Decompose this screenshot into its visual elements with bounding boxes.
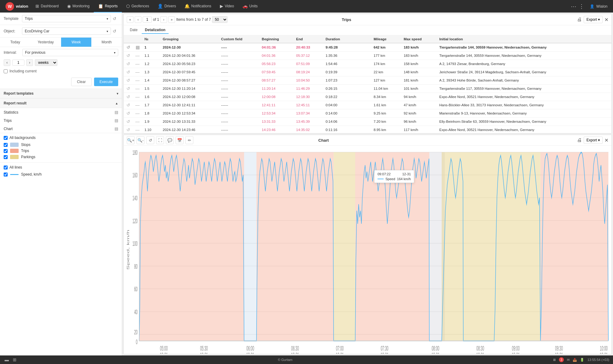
stepper-inc-btn[interactable]: ›	[26, 59, 33, 66]
stops-checkbox[interactable]	[4, 143, 8, 147]
row-refresh-icon[interactable]: ↺	[124, 68, 133, 76]
result-item-trips[interactable]: Trips ▤	[0, 116, 122, 125]
export-btn[interactable]: Export ▾	[584, 16, 603, 23]
row-expand-icon[interactable]: ▤	[133, 43, 142, 52]
page-input[interactable]	[143, 16, 152, 23]
row-refresh-icon[interactable]: ↺	[124, 76, 133, 85]
logo[interactable]: W wialon	[2, 2, 31, 11]
row-expand-icon[interactable]: —	[133, 68, 142, 76]
tab-week[interactable]: Week	[61, 38, 92, 47]
table-row[interactable]: ↺ — 1.2 2024-12-30 05:56:23 ------ 05:56…	[124, 60, 611, 68]
table-row[interactable]: ↺ — 1.7 2024-12-30 12:41:11 ------ 12:41…	[124, 101, 611, 109]
zoom-out-btn[interactable]: 🔍-	[137, 136, 144, 144]
nav-geofences[interactable]: ⬡ Geofences	[122, 0, 153, 13]
row-expand-icon[interactable]: —	[133, 93, 142, 101]
table-row[interactable]: ↺ — 1.1 2024-12-30 04:01:36 ------ 04:01…	[124, 52, 611, 60]
row-refresh-icon[interactable]: ↺	[124, 60, 133, 68]
tab-month[interactable]: Month	[91, 38, 122, 47]
trips-checkbox[interactable]	[4, 149, 8, 153]
row-refresh-icon[interactable]: ↺	[124, 126, 133, 133]
print-icon[interactable]: 🖨	[577, 17, 582, 22]
row-refresh-icon[interactable]: ↺	[124, 43, 133, 52]
result-item-statistics[interactable]: Statistics ▤	[0, 108, 122, 116]
stepper-dec-btn[interactable]: ‹	[4, 59, 10, 66]
row-expand-icon[interactable]: —	[133, 126, 142, 133]
nav-units[interactable]: 🚗 Units	[238, 0, 262, 13]
user-menu[interactable]: 👤 Wialon	[587, 4, 611, 9]
template-refresh-icon[interactable]: ↺	[111, 15, 118, 22]
table-row[interactable]: ↺ — 1.5 2024-12-30 11:20:14 ------ 11:20…	[124, 85, 611, 93]
svg-text:180: 180	[133, 149, 138, 156]
cell-maxspeed: 148 km/h	[401, 68, 437, 76]
tab-yesterday[interactable]: Yesterday	[31, 38, 61, 47]
all-lines-checkbox[interactable]	[4, 166, 8, 169]
message-btn[interactable]: 💬	[166, 136, 174, 144]
close-icon[interactable]: ✕	[604, 17, 608, 23]
row-expand-icon[interactable]: —	[133, 85, 142, 93]
nav-monitoring[interactable]: ◉ Monitoring	[63, 0, 94, 13]
grid-icon[interactable]: ⋯	[571, 3, 576, 10]
chart-print-icon[interactable]: 🖨	[577, 137, 582, 143]
row-refresh-icon[interactable]: ↺	[124, 52, 133, 60]
date-tab[interactable]: Date	[127, 27, 140, 34]
row-expand-icon[interactable]: —	[133, 118, 142, 126]
nav-drivers[interactable]: 👤 Drivers	[153, 0, 180, 13]
prev-page-btn[interactable]: ‹	[135, 16, 141, 23]
template-select[interactable]: Trips ▾	[22, 15, 111, 22]
last-page-btn[interactable]: »	[168, 16, 175, 23]
chart-export-btn[interactable]: Export ▾	[584, 136, 603, 144]
pencil-btn[interactable]: ✏	[185, 136, 193, 144]
speed-line-checkbox[interactable]	[4, 173, 8, 177]
next-page-btn[interactable]: ›	[160, 16, 167, 23]
more-icon[interactable]: ⋮	[579, 3, 584, 10]
unit-select[interactable]: weeks days months	[35, 59, 57, 66]
nav-notifications[interactable]: 🔔 Notifications	[180, 0, 215, 13]
table-row[interactable]: ↺ — 1.8 2024-12-30 12:53:34 ------ 12:53…	[124, 109, 611, 118]
all-backgrounds-checkbox[interactable]	[4, 136, 8, 140]
including-current-checkbox[interactable]	[4, 69, 8, 73]
table-row[interactable]: ↺ — 1.10 2024-12-30 14:23:46 ------ 14:2…	[124, 126, 611, 133]
parkings-checkbox[interactable]	[4, 155, 8, 159]
nav-video[interactable]: ▶ Video	[216, 0, 238, 13]
zoom-reset-btn[interactable]: ↺	[146, 136, 154, 144]
fullscreen-btn[interactable]: ⛶	[156, 136, 164, 144]
nav-reports[interactable]: 📋 Reports	[94, 0, 122, 13]
report-templates-section[interactable]: Report templates ▾	[0, 89, 122, 98]
row-refresh-icon[interactable]: ↺	[124, 85, 133, 93]
layout-grid-icon[interactable]: ⊞	[12, 357, 18, 363]
nav-dashboard[interactable]: ⊞ Dashboard	[31, 0, 63, 13]
interval-select[interactable]: For previous ▾	[22, 49, 118, 56]
stepper-input[interactable]: 1	[12, 60, 24, 66]
table-row[interactable]: ↺ ▤ 1 2024-12-30 ----- 04:01:36 20:40:33…	[124, 43, 611, 52]
table-row[interactable]: ↺ — 1.3 2024-12-30 07:59:45 ------ 07:59…	[124, 68, 611, 76]
row-expand-icon[interactable]: —	[133, 52, 142, 60]
status-time: 13:55:54 (+03)	[587, 358, 609, 362]
per-page-select[interactable]: 50 25 100	[212, 16, 228, 23]
result-item-chart[interactable]: Chart ▤	[0, 125, 122, 133]
layout-list-icon[interactable]: ▬	[4, 357, 10, 363]
trips-table-wrapper[interactable]: № Grouping Custom field Beginning End Du…	[124, 35, 611, 133]
row-expand-icon[interactable]: —	[133, 109, 142, 118]
object-select[interactable]: EcoDriving Car ▾	[22, 27, 111, 35]
row-expand-icon[interactable]: —	[133, 101, 142, 109]
zoom-in-btn[interactable]: 🔍+	[127, 136, 135, 144]
detalization-tab[interactable]: Detalization	[142, 27, 168, 34]
table-row[interactable]: ↺ — 1.9 2024-12-30 13:31:33 ------ 13:31…	[124, 118, 611, 126]
object-refresh-icon[interactable]: ↺	[111, 27, 118, 35]
table-row[interactable]: ↺ — 1.6 2024-12-30 12:00:08 ------ 12:00…	[124, 93, 611, 101]
first-page-btn[interactable]: «	[127, 16, 133, 23]
row-refresh-icon[interactable]: ↺	[124, 101, 133, 109]
table-row[interactable]: ↺ — 1.4 2024-12-30 08:57:27 ------ 08:57…	[124, 76, 611, 85]
row-expand-icon[interactable]: —	[133, 60, 142, 68]
chart-close-icon[interactable]: ✕	[604, 137, 608, 143]
tab-today[interactable]: Today	[0, 38, 31, 47]
row-refresh-icon[interactable]: ↺	[124, 118, 133, 126]
report-result-section[interactable]: Report result ▲	[0, 98, 122, 108]
execute-button[interactable]: Execute	[94, 78, 118, 86]
row-expand-icon[interactable]: —	[133, 76, 142, 85]
clear-button[interactable]: Clear	[71, 78, 92, 86]
row-refresh-icon[interactable]: ↺	[124, 109, 133, 118]
calendar-btn[interactable]: 📅	[176, 136, 184, 144]
notification-badge[interactable]: 3	[559, 357, 564, 362]
row-refresh-icon[interactable]: ↺	[124, 93, 133, 101]
